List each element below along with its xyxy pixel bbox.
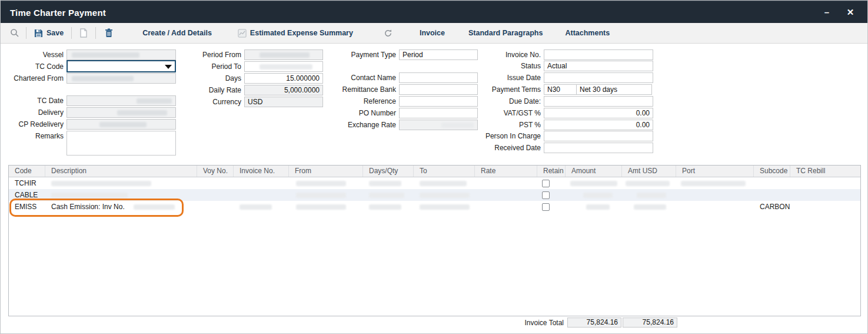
col-header-amt-usd[interactable]: Amt USD [622, 166, 676, 177]
col-header-invoice-no[interactable]: Invoice No. [234, 166, 289, 177]
cell-from [289, 189, 363, 201]
table-row[interactable]: CABLE [9, 189, 860, 201]
days-field[interactable]: 15.000000 [244, 73, 323, 84]
contact-name-field[interactable] [399, 72, 478, 83]
invoice-no-field[interactable] [544, 49, 653, 60]
redacted-value [296, 193, 346, 198]
cell-code: CABLE [9, 189, 45, 201]
po-number-field[interactable] [399, 108, 478, 118]
received-date-field[interactable] [544, 143, 653, 153]
reference-field[interactable] [399, 96, 478, 107]
cell-amt-usd [622, 189, 676, 201]
retain-checkbox[interactable] [542, 191, 550, 199]
cell-description [45, 177, 197, 189]
redacted-value [260, 64, 312, 70]
refresh-icon[interactable] [379, 29, 397, 38]
page-title: Time Charter Payment [1, 8, 106, 18]
col-header-description[interactable]: Description [45, 166, 197, 177]
delete-icon[interactable] [98, 28, 120, 38]
days-label: Days [178, 74, 244, 82]
redacted-value [681, 181, 746, 186]
attachments-button[interactable]: Attachments [559, 23, 616, 43]
tc-code-label: TC Code [3, 62, 66, 71]
issue-date-field[interactable] [544, 72, 653, 83]
pst-label: PST % [477, 121, 544, 129]
redacted-value [369, 193, 404, 198]
col-header-to[interactable]: To [414, 166, 475, 177]
create-add-details-button[interactable]: Create / Add Details [137, 23, 218, 43]
close-button[interactable]: ✕ [843, 5, 858, 20]
col-header-from[interactable]: From [289, 166, 363, 177]
table-header-row: Code Description Voy No. Invoice No. Fro… [9, 166, 860, 177]
col-header-voy-no[interactable]: Voy No. [197, 166, 234, 177]
payment-terms-code-field[interactable]: N30 [544, 84, 577, 95]
toolbar-separator [95, 27, 96, 39]
col-header-port[interactable]: Port [676, 166, 754, 177]
invoice-button[interactable]: Invoice [414, 23, 451, 43]
redacted-value [72, 76, 134, 81]
copy-icon[interactable] [74, 28, 94, 38]
save-label: Save [46, 29, 64, 37]
search-icon[interactable] [5, 28, 24, 38]
remittance-bank-field[interactable] [399, 84, 478, 95]
col-header-days-qty[interactable]: Days/Qty [363, 166, 414, 177]
person-in-charge-field[interactable] [544, 131, 653, 141]
redacted-value [51, 181, 151, 186]
tc-code-dropdown[interactable] [66, 60, 176, 72]
cell-to [414, 177, 475, 189]
col-header-subcode[interactable]: Subcode [754, 166, 790, 177]
vat-gst-field[interactable]: 0.00 [544, 108, 653, 118]
cell-to [414, 189, 475, 201]
daily-rate-label: Daily Rate [178, 86, 244, 94]
save-button[interactable]: Save [28, 23, 69, 43]
exchange-rate-label: Exchange Rate [330, 121, 399, 129]
redacted-value [441, 123, 474, 128]
currency-label: Currency [178, 98, 244, 106]
payment-terms-desc-field: Net 30 days [577, 84, 652, 95]
cell-retain [537, 189, 566, 201]
col-header-amount[interactable]: Amount [566, 166, 622, 177]
pst-field[interactable]: 0.00 [544, 120, 653, 130]
cell-tc-rebill [790, 201, 860, 213]
retain-checkbox[interactable] [542, 203, 550, 211]
redacted-value [626, 181, 670, 186]
cell-subcode [754, 177, 790, 189]
chevron-down-icon [165, 65, 172, 69]
redacted-value [260, 52, 310, 58]
payment-type-field[interactable]: Period [399, 49, 478, 60]
cell-amt-usd [622, 177, 676, 189]
col-header-retain[interactable]: Retain [537, 166, 566, 177]
col-header-rate[interactable]: Rate [475, 166, 537, 177]
cell-subcode: CARBON [754, 201, 790, 213]
minimize-button[interactable]: – [819, 5, 834, 20]
period-to-field[interactable] [244, 61, 323, 72]
table-row[interactable]: TCHIR [9, 177, 860, 189]
standard-paragraphs-button[interactable]: Standard Paragraphs [463, 23, 548, 43]
table-row[interactable]: EMISS Cash Emission: Inv No. CARBON [9, 201, 860, 213]
cell-tc-rebill [790, 177, 860, 189]
payment-terms-label: Payment Terms [477, 85, 544, 94]
remarks-field[interactable] [66, 131, 176, 156]
tc-date-field [66, 95, 176, 106]
toolbar-separator [71, 27, 72, 39]
cell-port [676, 177, 754, 189]
redacted-value [369, 181, 401, 186]
redacted-value [420, 204, 470, 210]
redacted-value [137, 98, 172, 104]
toolbar-separator [26, 27, 26, 39]
cell-from [289, 201, 363, 213]
time-charter-payment-window: Time Charter Payment – ✕ Save Create / A… [0, 0, 868, 334]
col-header-tc-rebill[interactable]: TC Rebill [790, 166, 860, 177]
estimated-expense-summary-button[interactable]: Estimated Expense Summary [232, 23, 359, 43]
status-field[interactable]: Actual [544, 61, 653, 71]
vessel-label: Vessel [3, 51, 66, 59]
due-date-field[interactable] [544, 96, 653, 107]
redacted-value [117, 110, 167, 115]
retain-checkbox[interactable] [542, 180, 550, 187]
cell-code: EMISS [9, 201, 45, 213]
person-in-charge-label: Person In Charge [477, 132, 544, 140]
redacted-value [586, 204, 610, 210]
col-header-code[interactable]: Code [9, 166, 45, 177]
redacted-value [420, 181, 467, 186]
cell-description: Cash Emission: Inv No. [45, 201, 197, 213]
